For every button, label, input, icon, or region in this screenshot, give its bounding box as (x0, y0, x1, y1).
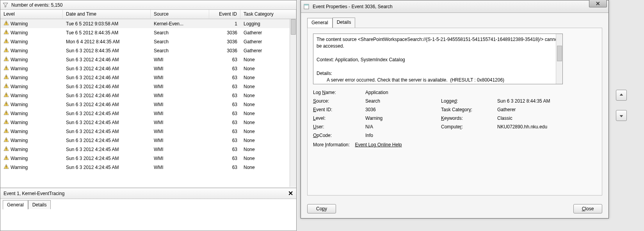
warning-icon (4, 38, 9, 45)
close-button[interactable]: Close (573, 204, 602, 213)
preview-tabs: General Details (0, 199, 296, 209)
table-row[interactable]: WarningSun 6 3 2012 4:24:46 AMWMI63None (0, 91, 296, 100)
cell-level: Warning (0, 127, 63, 135)
col-header-source[interactable]: Source (151, 10, 209, 19)
table-row[interactable]: WarningSun 6 3 2012 4:24:45 AMWMI63None (0, 163, 296, 172)
cell-category: None (240, 128, 296, 135)
cell-date: Sun 6 3 2012 4:24:45 AM (63, 119, 151, 126)
val-opcode: Info (365, 133, 596, 138)
svg-rect-27 (6, 141, 6, 141)
cell-date: Sun 6 3 2012 4:24:45 AM (63, 164, 151, 171)
svg-rect-26 (6, 139, 6, 140)
copy-button[interactable]: Copy (307, 204, 336, 213)
table-row[interactable]: WarningMon 6 4 2012 8:44:35 AMSearch3036… (0, 37, 296, 46)
cell-eventid: 63 (209, 128, 240, 135)
table-row[interactable]: WarningSun 6 3 2012 4:24:45 AMWMI63None (0, 145, 296, 154)
cell-level: Warning (0, 55, 63, 64)
properties-icon (303, 4, 310, 10)
arrow-up-icon (619, 92, 624, 98)
warning-icon (4, 56, 9, 63)
event-log-online-help-link[interactable]: Event Log Online Help (355, 142, 402, 147)
lbl-computer: Computer: (441, 124, 496, 130)
cell-date: Tue 6 5 2012 9:03:58 AM (63, 20, 151, 27)
cell-source: WMI (151, 92, 209, 99)
window-close-button[interactable]: ✕ (589, 0, 607, 7)
cell-level: Warning (0, 100, 63, 108)
cell-date: Sun 6 3 2012 4:24:46 AM (63, 65, 151, 72)
cell-level: Warning (0, 73, 63, 82)
scrollbar-thumb[interactable] (291, 19, 296, 35)
cell-level: Warning (0, 154, 63, 162)
cell-category: Logging (240, 20, 296, 27)
svg-rect-19 (6, 105, 6, 105)
svg-rect-30 (6, 156, 6, 158)
table-row[interactable]: WarningTue 6 5 2012 8:44:35 AMSearch3036… (0, 28, 296, 37)
svg-rect-29 (6, 150, 6, 150)
lbl-level: Level: (313, 116, 364, 121)
tab-details[interactable]: Details (28, 200, 51, 209)
svg-rect-15 (6, 87, 6, 87)
svg-rect-9 (6, 60, 6, 60)
cell-date: Sun 6 3 2012 4:24:45 AM (63, 137, 151, 144)
table-row[interactable]: WarningSun 6 3 2012 4:24:46 AMWMI63None (0, 64, 296, 73)
warning-icon (4, 83, 9, 90)
warning-icon (4, 110, 9, 117)
svg-rect-12 (6, 76, 6, 77)
cell-category: None (240, 65, 296, 72)
warning-icon (4, 65, 9, 72)
col-header-date[interactable]: Date and Time (63, 10, 151, 19)
table-row[interactable]: WarningSun 6 3 2012 4:24:46 AMWMI63None (0, 55, 296, 64)
cell-eventid: 63 (209, 137, 240, 144)
dialog-tab-general[interactable]: General (307, 18, 333, 28)
svg-rect-23 (6, 123, 6, 123)
cell-source: WMI (151, 128, 209, 135)
table-row[interactable]: WarningSun 6 3 2012 4:24:45 AMWMI63None (0, 109, 296, 118)
filter-bar: Number of events: 5,150 (0, 0, 296, 10)
dialog-titlebar[interactable]: Event Properties - Event 3036, Search ✕ (301, 0, 608, 13)
description-textbox[interactable]: The content source <SharePointWorkspaceS… (313, 34, 563, 84)
cell-eventid: 63 (209, 65, 240, 72)
col-header-category[interactable]: Task Category (240, 10, 296, 19)
table-row[interactable]: WarningSun 6 3 2012 4:24:45 AMWMI63None (0, 127, 296, 136)
desc-scrollbar[interactable] (556, 34, 562, 84)
svg-rect-31 (6, 159, 6, 159)
lbl-keywords: Keywords: (441, 116, 496, 121)
dialog-tabs: General Details (307, 18, 602, 28)
svg-rect-8 (6, 58, 6, 59)
prev-event-button[interactable] (616, 90, 627, 101)
preview-close-button[interactable]: ✕ (288, 190, 293, 197)
cell-source: Search (151, 29, 209, 36)
table-row[interactable]: WarningSun 6 3 2012 8:44:35 AMSearch3036… (0, 46, 296, 55)
cell-level: Warning (0, 64, 63, 73)
next-event-button[interactable] (616, 110, 627, 121)
cell-source: WMI (151, 110, 209, 117)
svg-rect-14 (6, 85, 6, 86)
cell-date: Sun 6 3 2012 8:44:35 AM (63, 47, 151, 54)
svg-rect-21 (6, 114, 6, 114)
col-header-eventid[interactable]: Event ID (209, 10, 240, 19)
cell-category: Gatherer (240, 38, 296, 45)
arrow-down-icon (619, 113, 624, 118)
col-header-level[interactable]: Level (0, 10, 63, 19)
warning-icon (4, 47, 9, 54)
table-row[interactable]: WarningSun 6 3 2012 4:24:45 AMWMI63None (0, 136, 296, 145)
desc-scrollbar-thumb[interactable] (557, 46, 562, 61)
table-row[interactable]: WarningSun 6 3 2012 4:24:45 AMWMI63None (0, 118, 296, 127)
table-row[interactable]: WarningSun 6 3 2012 4:24:45 AMWMI63None (0, 154, 296, 163)
cell-level: Warning (0, 118, 63, 126)
preview-pane: Event 1, Kernel-EventTracing ✕ General D… (0, 188, 296, 231)
svg-rect-13 (6, 78, 6, 78)
table-row[interactable]: WarningTue 6 5 2012 9:03:58 AMKernel-Eve… (0, 19, 296, 28)
cell-level: Warning (0, 109, 63, 117)
table-row[interactable]: WarningSun 6 3 2012 4:24:46 AMWMI63None (0, 100, 296, 109)
cell-eventid: 3036 (209, 38, 240, 45)
vertical-scrollbar[interactable] (290, 19, 296, 187)
table-row[interactable]: WarningSun 6 3 2012 4:24:46 AMWMI63None (0, 73, 296, 82)
table-row[interactable]: WarningSun 6 3 2012 4:24:46 AMWMI63None (0, 82, 296, 91)
tab-general[interactable]: General (3, 200, 28, 210)
grid-body[interactable]: WarningTue 6 5 2012 9:03:58 AMKernel-Eve… (0, 19, 296, 179)
dialog-tab-details[interactable]: Details (333, 18, 356, 28)
cell-source: WMI (151, 65, 209, 72)
val-computer: NKU072890.hh.nku.edu (497, 124, 596, 130)
cell-level: Warning (0, 37, 63, 46)
